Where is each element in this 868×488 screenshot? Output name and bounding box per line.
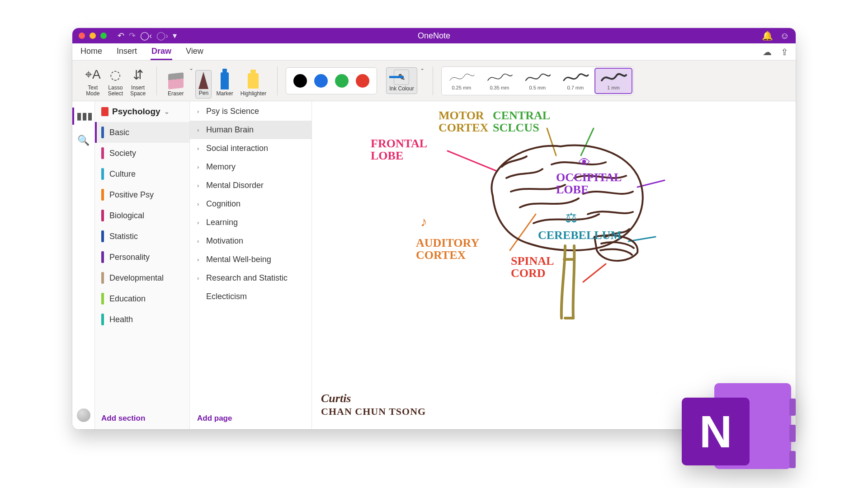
ink-colour-icon: ✎	[394, 70, 409, 85]
chevron-right-icon: ›	[197, 182, 203, 189]
add-section-button[interactable]: Add section	[95, 408, 189, 429]
undo-icon[interactable]: ↶	[118, 31, 124, 41]
user-avatar[interactable]	[77, 408, 90, 422]
page-item[interactable]: ›Learning	[190, 213, 311, 232]
minimize-window-button[interactable]	[90, 33, 96, 39]
redo-icon[interactable]: ↷	[129, 31, 136, 41]
section-label: Personality	[109, 253, 150, 262]
section-color-tab	[101, 189, 104, 201]
search-icon[interactable]: 🔍	[77, 135, 90, 146]
section-item[interactable]: Basic	[95, 122, 189, 143]
thickness-option[interactable]: 0.5 mm	[519, 68, 557, 94]
eraser-dropdown-icon[interactable]: ⌄	[189, 65, 193, 71]
highlighter-tool[interactable]: Highlighter	[238, 71, 269, 99]
add-page-button[interactable]: Add page	[190, 408, 311, 429]
sections-panel: Psychology ⌄ BasicSocietyCulturePositive…	[95, 101, 190, 429]
page-label: Human Brain	[206, 125, 254, 135]
page-item[interactable]: ›Research and Statistic	[190, 269, 311, 287]
eraser-icon	[168, 73, 184, 89]
svg-line-2	[581, 128, 594, 155]
ink-colour-button[interactable]: ✎ Ink Colour	[386, 67, 417, 94]
signature-script: Curtis	[321, 391, 426, 405]
bell-icon[interactable]: 🔔	[762, 30, 773, 41]
page-item[interactable]: ›Memory	[190, 158, 311, 176]
pen-tool[interactable]: Pen	[195, 70, 212, 99]
text-mode-label: Text Mode	[86, 85, 99, 97]
nav-rail: ▮▮▮ 🔍	[72, 101, 95, 429]
section-item[interactable]: Society	[95, 143, 189, 164]
cloud-sync-icon[interactable]: ☁	[763, 47, 772, 57]
tab-home[interactable]: Home	[80, 44, 103, 60]
eraser-tool[interactable]: Eraser	[165, 71, 186, 99]
maximize-window-button[interactable]	[100, 33, 107, 39]
page-item[interactable]: ›Social interaction	[190, 139, 311, 158]
ink-swatch-0[interactable]	[293, 74, 307, 88]
marker-tool[interactable]: Marker	[213, 71, 236, 99]
section-item[interactable]: Positive Psy	[95, 184, 189, 205]
tab-view[interactable]: View	[185, 44, 204, 60]
label-occipital: OCCIPITAL LOBE	[556, 171, 622, 196]
section-label: Biological	[109, 211, 144, 221]
page-item[interactable]: ›Psy is Science	[190, 102, 311, 121]
chevron-right-icon: ›	[197, 127, 203, 133]
thickness-option[interactable]: 1 mm	[594, 68, 632, 94]
onenote-app-badge: N	[674, 380, 791, 479]
section-item[interactable]: Education	[95, 288, 189, 309]
page-label: Eclecticism	[206, 292, 247, 301]
section-item[interactable]: Developmental	[95, 267, 189, 288]
page-label: Learning	[206, 218, 238, 227]
text-mode-button[interactable]: ⌖A Text Mode	[82, 65, 104, 99]
marker-label: Marker	[216, 91, 233, 97]
section-item[interactable]: Health	[95, 309, 189, 330]
eraser-label: Eraser	[168, 91, 184, 97]
titlebar: ↶ ↷ ◯‹ ◯› ▾ OneNote 🔔 ☺	[72, 28, 796, 43]
section-item[interactable]: Culture	[95, 164, 189, 184]
section-item[interactable]: Statistic	[95, 226, 189, 247]
close-window-button[interactable]	[79, 33, 85, 39]
page-item[interactable]: ›Motivation	[190, 232, 311, 250]
page-label: Motivation	[206, 236, 243, 246]
page-item[interactable]: ›Mental Well-being	[190, 250, 311, 269]
page-item[interactable]: Eclecticism	[190, 287, 311, 306]
lasso-select-button[interactable]: ◌ Lasso Select	[105, 65, 126, 99]
app-title: OneNote	[418, 31, 450, 41]
page-label: Cognition	[206, 199, 241, 209]
divider	[156, 66, 157, 95]
forward-icon[interactable]: ◯›	[156, 31, 168, 41]
page-item[interactable]: ›Cognition	[190, 195, 311, 213]
page-label: Psy is Science	[206, 107, 259, 116]
notebook-picker[interactable]: Psychology ⌄	[95, 101, 189, 122]
back-icon[interactable]: ◯‹	[140, 31, 152, 41]
scale-icon: ⚖	[565, 210, 577, 225]
section-color-tab	[101, 210, 104, 221]
insert-space-button[interactable]: ⇵ Insert Space	[127, 65, 148, 99]
page-item[interactable]: ›Human Brain	[190, 121, 311, 139]
section-item[interactable]: Personality	[95, 247, 189, 267]
ink-swatch-3[interactable]	[356, 74, 369, 88]
thickness-option[interactable]: 0.35 mm	[481, 68, 519, 94]
notebooks-icon[interactable]: ▮▮▮	[72, 108, 94, 125]
lasso-icon: ◌	[110, 67, 121, 83]
ink-swatch-1[interactable]	[314, 74, 328, 88]
label-spinal: SPINAL CORD	[511, 255, 554, 280]
section-color-tab	[101, 230, 104, 242]
section-color-tab	[101, 293, 104, 305]
ink-colour-dropdown-icon[interactable]: ⌄	[420, 65, 425, 71]
thickness-option[interactable]: 0.7 mm	[557, 68, 594, 94]
tab-draw[interactable]: Draw	[151, 44, 172, 60]
page-label: Social interaction	[206, 144, 268, 153]
tab-insert[interactable]: Insert	[116, 44, 138, 60]
thickness-option[interactable]: 0.25 mm	[443, 68, 481, 94]
section-item[interactable]: Biological	[95, 205, 189, 226]
overflow-icon[interactable]: ▾	[173, 31, 177, 41]
ribbon-tabs: HomeInsertDrawView ☁ ⇪	[72, 43, 796, 61]
eye-icon: 👁	[579, 155, 590, 169]
page-label: Memory	[206, 162, 236, 172]
section-label: Developmental	[109, 273, 164, 283]
label-frontal: FRONTAL LOBE	[371, 137, 427, 162]
ribbon: ⌖A Text Mode ◌ Lasso Select ⇵ Insert Spa…	[72, 61, 796, 101]
ink-swatch-2[interactable]	[335, 74, 349, 88]
share-icon[interactable]: ⇪	[781, 47, 788, 57]
page-item[interactable]: ›Mental Disorder	[190, 176, 311, 195]
smile-icon[interactable]: ☺	[780, 31, 789, 41]
